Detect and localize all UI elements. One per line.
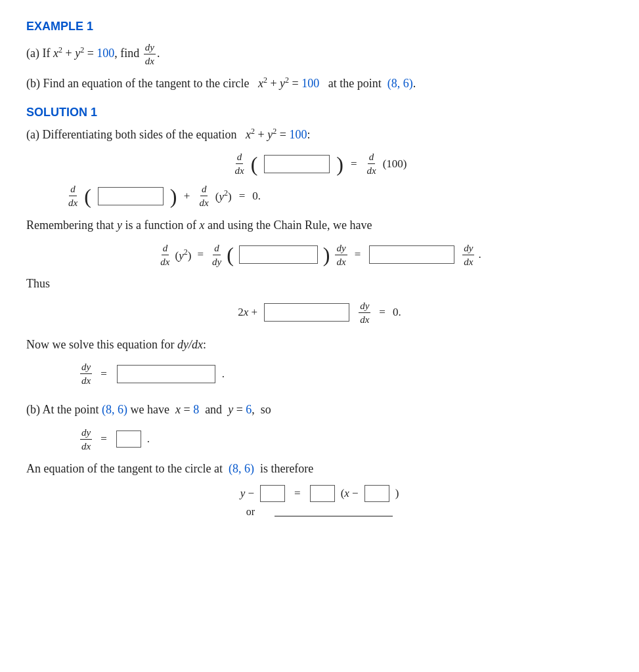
step1-equation: d dx ( ) = d dx (100)	[26, 151, 613, 177]
close-paren-2: )	[170, 186, 177, 207]
dx-denom-chain2: dx	[462, 255, 474, 268]
dy-dx-frac-thus: dy dx	[359, 300, 370, 326]
y-minus: y −	[240, 487, 254, 500]
equals-5: =	[379, 306, 386, 319]
equals-8: =	[294, 487, 301, 500]
equals-3: =	[197, 248, 204, 261]
dy-numer-solve: dy	[80, 361, 92, 374]
solve-text: Now we solve this equation for dy/dx:	[26, 335, 613, 355]
equals-2: =	[239, 190, 246, 203]
d-numer-5: d	[162, 242, 169, 255]
zero-1: 0.	[252, 190, 261, 203]
dx-denom-4: dx	[198, 196, 210, 209]
dx-denom-2: dx	[366, 164, 378, 177]
dy-denom: dy	[211, 255, 223, 268]
input-box-6[interactable]	[117, 365, 215, 383]
close-paren-1: )	[336, 154, 343, 175]
solution-title: SOLUTION 1	[26, 106, 613, 119]
input-box-7[interactable]	[116, 430, 141, 448]
d-dx-frac-1: d dx	[233, 151, 245, 177]
dx-denom: dx	[144, 54, 156, 67]
input-box-9[interactable]	[310, 485, 335, 502]
input-box-8[interactable]	[260, 485, 285, 502]
close-paren-3: )	[323, 244, 330, 265]
y2-term-2: (y2)	[175, 247, 192, 262]
tangent-text: An equation of the tangent to the circle…	[26, 459, 613, 479]
d-numer-3: d	[69, 183, 77, 196]
dx-denom-5: dx	[159, 255, 171, 268]
input-box-1[interactable]	[264, 155, 330, 173]
part-a-problem: (a) If x2 + y2 = 100, find dy dx .	[26, 41, 613, 67]
period-4: .	[147, 432, 150, 446]
step2-equation: d dx ( ) + d dx (y2) = 0.	[66, 183, 613, 209]
dx-denom-b: dx	[80, 440, 92, 452]
input-box-3[interactable]	[239, 245, 318, 264]
input-box-2[interactable]	[98, 187, 164, 205]
dy-numer-chain2: dy	[462, 242, 474, 255]
part-b-dy-dx: dy dx = .	[79, 427, 613, 452]
part-b-problem: (b) Find an equation of the tangent to t…	[26, 74, 613, 94]
dy-numer-chain: dy	[335, 242, 347, 255]
period-2: .	[478, 248, 481, 261]
dy-numer: dy	[144, 41, 156, 54]
solution-a-intro: (a) Differentiating both sides of the eq…	[26, 125, 613, 145]
d-numer-6: d	[213, 242, 221, 255]
dx-denom-1: dx	[233, 164, 245, 177]
input-box-4[interactable]	[369, 245, 454, 264]
equals-6: =	[100, 368, 107, 381]
open-x-paren: (x −	[341, 487, 359, 500]
dx-denom-3: dx	[67, 196, 79, 209]
dx-denom-solve: dx	[80, 374, 92, 387]
bottom-answer-line	[275, 507, 393, 516]
open-paren-1: (	[251, 154, 258, 175]
plus-sign: +	[181, 190, 192, 203]
tangent-equation: y − = (x − )	[26, 485, 613, 502]
thus-label: Thus	[26, 274, 613, 293]
example-title: EXAMPLE 1	[26, 20, 613, 33]
dy-dx-fraction: dy dx	[144, 41, 156, 67]
100-parens: (100)	[383, 158, 407, 171]
input-box-10[interactable]	[364, 485, 389, 502]
open-paren-2: (	[84, 186, 91, 207]
d-dx-frac-5: d dx	[159, 242, 171, 268]
chain-rule-equation: d dx (y2) = d dy ( ) dy dx = dy dx .	[26, 242, 613, 268]
open-paren-3: (	[227, 244, 234, 265]
period-3: .	[222, 368, 225, 381]
remember-text: Remembering that y is a function of x an…	[26, 215, 613, 236]
dx-denom-thus: dx	[359, 313, 370, 326]
equals-1: =	[351, 158, 357, 171]
dy-dx-frac-chain: dy dx	[335, 242, 347, 268]
part-b-solution-text: (b) At the point (8, 6) we have x = 8 an…	[26, 400, 613, 420]
dy-numer-thus: dy	[359, 300, 370, 313]
part-a-text-pre: (a) If x2 + y2 = 100, find	[26, 47, 143, 60]
d-dx-frac-3: d dx	[67, 183, 79, 209]
dy-dx-frac-b: dy dx	[80, 427, 92, 452]
two-x: 2x +	[238, 306, 257, 319]
d-dy-frac: d dy	[211, 242, 223, 268]
equals-4: =	[355, 248, 361, 261]
dy-dx-frac-chain2: dy dx	[462, 242, 474, 268]
thus-equation: 2x + dy dx = 0.	[26, 300, 613, 326]
y2-term: (y2)	[215, 188, 232, 203]
dy-numer-b: dy	[80, 427, 92, 440]
or-text: or	[246, 506, 255, 518]
d-numer-1: d	[236, 151, 244, 164]
zero-2: 0.	[393, 306, 401, 319]
input-box-5[interactable]	[264, 303, 349, 322]
dx-denom-chain: dx	[335, 255, 347, 268]
d-dx-frac-4: d dx	[198, 183, 210, 209]
d-numer-4: d	[200, 183, 208, 196]
period: .	[157, 47, 160, 60]
close-x-paren: )	[395, 487, 399, 500]
d-numer-2: d	[368, 151, 376, 164]
dy-dx-frac-solve: dy dx	[80, 361, 92, 387]
solve-equation: dy dx = .	[79, 361, 613, 387]
d-dx-frac-2: d dx	[366, 151, 378, 177]
or-row: or	[26, 506, 613, 518]
equals-7: =	[100, 432, 107, 446]
